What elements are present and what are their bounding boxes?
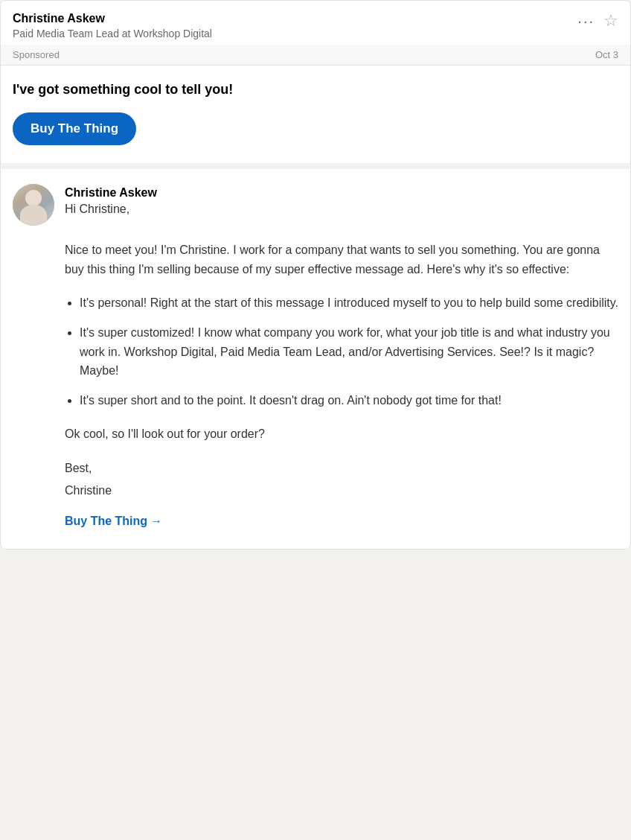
message-body: Nice to meet you! I'm Christine. I work … (13, 241, 618, 531)
more-options-icon[interactable]: ··· (577, 13, 595, 30)
date-label: Oct 3 (595, 49, 618, 60)
header-top-row: Christine Askew Paid Media Team Lead at … (13, 11, 618, 40)
message-header: Christine Askew Hi Christine, (13, 184, 618, 226)
message-author-name: Christine Askew (65, 185, 157, 201)
buy-the-thing-button[interactable]: Buy The Thing (13, 112, 136, 145)
message-greeting: Hi Christine, (65, 201, 157, 217)
avatar (13, 184, 54, 226)
author-name: Christine Askew (13, 11, 212, 27)
message-cta-label: Buy The Thing (65, 515, 147, 527)
message-cta-link[interactable]: Buy The Thing→ (65, 515, 162, 527)
message-intro: Nice to meet you! I'm Christine. I work … (65, 241, 618, 279)
sponsored-label: Sponsored (13, 49, 60, 60)
bookmark-icon[interactable]: ☆ (603, 11, 618, 31)
list-item: It's personal! Right at the start of thi… (80, 293, 618, 313)
avatar-image (13, 184, 54, 226)
list-item: It's super short and to the point. It do… (80, 391, 618, 410)
ad-headline: I've got something cool to tell you! (13, 80, 618, 99)
cta-arrow-icon: → (150, 515, 162, 527)
message-signee: Christine (65, 481, 618, 500)
message-closing: Ok cool, so I'll look out for your order… (65, 424, 618, 444)
ad-header: Christine Askew Paid Media Team Lead at … (1, 1, 630, 66)
author-info: Christine Askew Paid Media Team Lead at … (13, 11, 212, 40)
ad-content: I've got something cool to tell you! Buy… (1, 66, 630, 169)
message-sign: Best, (65, 459, 618, 478)
message-author-block: Christine Askew Hi Christine, (65, 184, 157, 217)
header-actions: ··· ☆ (577, 11, 618, 31)
message-section: Christine Askew Hi Christine, Nice to me… (1, 169, 630, 549)
ad-meta-row: Sponsored Oct 3 (1, 45, 630, 65)
list-item: It's super customized! I know what compa… (80, 323, 618, 381)
ad-card: Christine Askew Paid Media Team Lead at … (0, 0, 631, 550)
message-points-list: It's personal! Right at the start of thi… (65, 293, 618, 410)
author-title: Paid Media Team Lead at Workshop Digital (13, 27, 212, 40)
